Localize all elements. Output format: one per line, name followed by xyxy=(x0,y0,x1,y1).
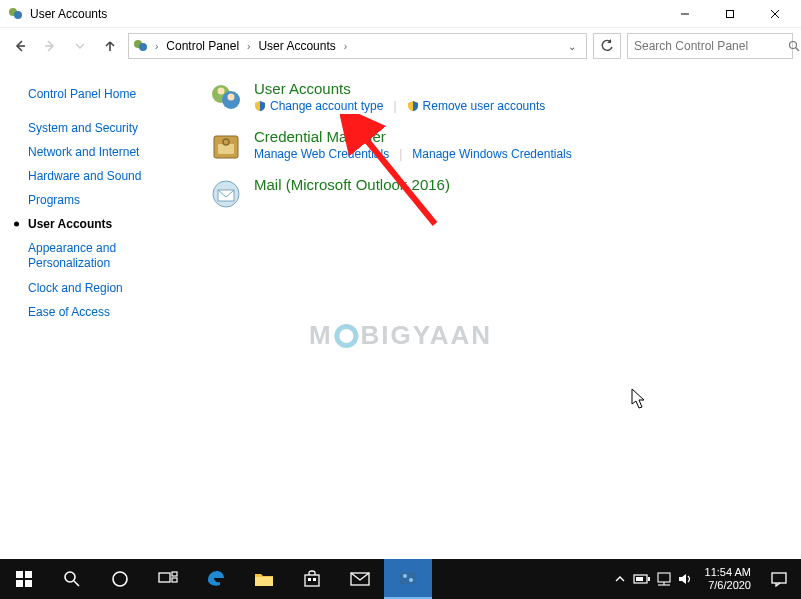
svg-rect-42 xyxy=(636,577,643,581)
link-remove-user-accounts[interactable]: Remove user accounts xyxy=(407,99,546,113)
user-accounts-icon xyxy=(210,82,242,114)
svg-point-15 xyxy=(228,94,235,101)
taskbar-search-button[interactable] xyxy=(48,559,96,599)
svg-rect-32 xyxy=(255,577,273,586)
volume-icon[interactable] xyxy=(675,559,697,599)
minimize-button[interactable] xyxy=(662,0,707,28)
close-button[interactable] xyxy=(752,0,797,28)
category-mail: Mail (Microsoft Outlook 2016) xyxy=(210,176,791,210)
taskbar-clock[interactable]: 11:54 AM 7/6/2020 xyxy=(697,566,759,592)
shield-icon xyxy=(254,100,266,112)
window-icon xyxy=(8,6,24,22)
address-bar[interactable]: › Control Panel › User Accounts › ⌄ xyxy=(128,33,587,59)
control-panel-taskbar-button[interactable] xyxy=(384,559,432,599)
credential-manager-icon xyxy=(210,130,242,162)
store-button[interactable] xyxy=(288,559,336,599)
svg-rect-25 xyxy=(25,580,32,587)
sidebar: Control Panel Home System and Security N… xyxy=(0,64,200,559)
content-pane: User Accounts Change account type | Remo… xyxy=(200,64,801,559)
sidebar-item-clock[interactable]: Clock and Region xyxy=(20,276,190,300)
titlebar: User Accounts xyxy=(0,0,801,28)
chevron-right-icon[interactable]: › xyxy=(153,41,160,52)
breadcrumb-item[interactable]: Control Panel xyxy=(164,39,241,53)
svg-rect-37 xyxy=(400,572,416,584)
search-input[interactable] xyxy=(634,39,784,53)
divider: | xyxy=(399,147,402,161)
svg-point-26 xyxy=(65,572,75,582)
breadcrumb-item[interactable]: User Accounts xyxy=(256,39,337,53)
tray-overflow-button[interactable] xyxy=(609,559,631,599)
chevron-right-icon[interactable]: › xyxy=(245,41,252,52)
refresh-button[interactable] xyxy=(593,33,621,59)
svg-rect-34 xyxy=(308,578,311,581)
sidebar-item-hardware[interactable]: Hardware and Sound xyxy=(20,164,190,188)
address-history-dropdown[interactable]: ⌄ xyxy=(562,41,582,52)
svg-rect-3 xyxy=(726,10,733,17)
chevron-right-icon[interactable]: › xyxy=(342,41,349,52)
start-button[interactable] xyxy=(0,559,48,599)
battery-icon[interactable] xyxy=(631,559,653,599)
category-user-accounts: User Accounts Change account type | Remo… xyxy=(210,80,791,114)
svg-rect-46 xyxy=(772,573,786,583)
back-button[interactable] xyxy=(8,34,32,58)
sidebar-item-user-accounts[interactable]: User Accounts xyxy=(20,212,190,236)
svg-line-27 xyxy=(74,581,79,586)
watermark-o-icon xyxy=(335,324,359,348)
address-icon xyxy=(133,38,149,54)
svg-rect-24 xyxy=(16,580,23,587)
svg-point-28 xyxy=(113,572,127,586)
sidebar-item-appearance[interactable]: Appearance and Personalization xyxy=(20,236,190,276)
mail-icon xyxy=(210,178,242,210)
cortana-button[interactable] xyxy=(96,559,144,599)
edge-button[interactable] xyxy=(192,559,240,599)
sidebar-item-system[interactable]: System and Security xyxy=(20,116,190,140)
action-center-button[interactable] xyxy=(759,559,799,599)
svg-point-38 xyxy=(403,574,407,578)
svg-point-10 xyxy=(790,42,797,49)
svg-point-9 xyxy=(139,43,147,51)
svg-rect-31 xyxy=(172,578,177,582)
mail-app-button[interactable] xyxy=(336,559,384,599)
navbar: › Control Panel › User Accounts › ⌄ xyxy=(0,28,801,64)
window-title: User Accounts xyxy=(30,7,107,21)
svg-rect-35 xyxy=(313,578,316,581)
svg-rect-43 xyxy=(658,573,670,582)
network-icon[interactable] xyxy=(653,559,675,599)
svg-rect-29 xyxy=(159,573,170,582)
divider: | xyxy=(393,99,396,113)
link-manage-web-credentials[interactable]: Manage Web Credentials xyxy=(254,147,389,161)
shield-icon xyxy=(407,100,419,112)
recent-locations-button[interactable] xyxy=(68,34,92,58)
task-view-button[interactable] xyxy=(144,559,192,599)
clock-date: 7/6/2020 xyxy=(705,579,751,592)
sidebar-item-network[interactable]: Network and Internet xyxy=(20,140,190,164)
sidebar-item-home[interactable]: Control Panel Home xyxy=(20,82,190,106)
up-button[interactable] xyxy=(98,34,122,58)
category-title[interactable]: User Accounts xyxy=(254,80,791,97)
sidebar-item-ease-of-access[interactable]: Ease of Access xyxy=(20,300,190,324)
watermark: M BIGYAAN xyxy=(309,320,492,351)
category-title[interactable]: Credential Manager xyxy=(254,128,791,145)
svg-rect-30 xyxy=(172,572,177,576)
search-box[interactable] xyxy=(627,33,793,59)
sidebar-item-programs[interactable]: Programs xyxy=(20,188,190,212)
link-change-account-type[interactable]: Change account type xyxy=(254,99,383,113)
link-manage-windows-credentials[interactable]: Manage Windows Credentials xyxy=(412,147,571,161)
svg-point-1 xyxy=(14,11,22,19)
system-tray: 11:54 AM 7/6/2020 xyxy=(609,559,801,599)
forward-button[interactable] xyxy=(38,34,62,58)
clock-time: 11:54 AM xyxy=(705,566,751,579)
svg-line-11 xyxy=(796,48,799,51)
file-explorer-button[interactable] xyxy=(240,559,288,599)
search-icon[interactable] xyxy=(788,40,800,52)
maximize-button[interactable] xyxy=(707,0,752,28)
svg-rect-41 xyxy=(648,577,650,581)
category-title[interactable]: Mail (Microsoft Outlook 2016) xyxy=(254,176,791,193)
svg-rect-22 xyxy=(16,571,23,578)
taskbar: 11:54 AM 7/6/2020 xyxy=(0,559,801,599)
svg-point-13 xyxy=(218,88,225,95)
svg-point-39 xyxy=(409,578,413,582)
svg-rect-33 xyxy=(305,575,319,586)
category-credential-manager: Credential Manager Manage Web Credential… xyxy=(210,128,791,162)
svg-rect-23 xyxy=(25,571,32,578)
